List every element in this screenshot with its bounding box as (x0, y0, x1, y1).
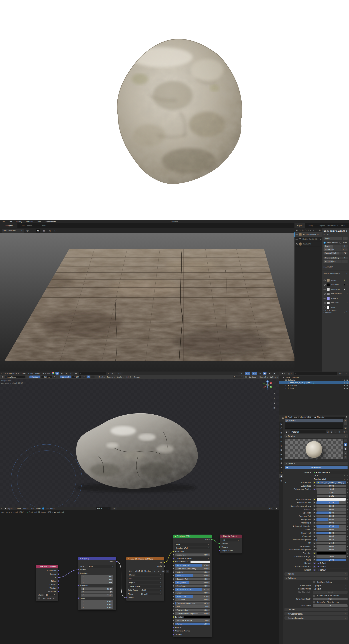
socket-chip[interactable] (313, 484, 316, 487)
panel-tab[interactable]: Setup (306, 223, 316, 228)
properties-tab-icon[interactable]: ◨ (280, 452, 284, 456)
add-adjustment-layer-icon[interactable]: ≡ (310, 229, 311, 231)
expand-chevron-icon[interactable]: ∨ (320, 238, 321, 240)
shadow-mode-dropdown[interactable]: Opaque∨ (313, 588, 348, 590)
preview-panel-header[interactable]: Preview (288, 435, 295, 437)
vector-component-field[interactable]: Y1.000 (81, 603, 113, 606)
channel-expand-chevron-icon[interactable]: ∨ (346, 284, 348, 286)
color-output-socket[interactable] (164, 562, 165, 563)
grid-tool-icon[interactable]: ▦ (74, 372, 78, 374)
doc-tab[interactable]: Local Library (18, 223, 35, 228)
input-socket[interactable] (172, 575, 174, 576)
socket-chip[interactable] (313, 552, 316, 554)
bsdf-param-row[interactable]: Clearcoat Roughness 0.030 (285, 538, 348, 541)
menu-item[interactable]: Window (26, 221, 33, 223)
emission-color-swatch[interactable] (184, 616, 210, 618)
outliner-row[interactable]: ▦ Scene Collection (280, 376, 349, 378)
menu-item[interactable]: Edit (9, 221, 12, 223)
bsdf-param-row[interactable]: Anisotropic0.000 (174, 584, 212, 588)
properties-tab-icon[interactable]: ◍ (280, 439, 284, 443)
preview-cube-button[interactable]: ■ (344, 447, 347, 450)
split-view-icon[interactable]: ▦ (42, 229, 46, 232)
socket-chip[interactable] (313, 555, 316, 558)
disable-render-camera-icon[interactable]: ◪ (346, 379, 348, 381)
mixer-3d-viewport[interactable] (0, 234, 294, 372)
input-socket[interactable] (172, 630, 174, 632)
input-socket[interactable] (172, 623, 174, 625)
vector-output-socket[interactable] (116, 561, 117, 562)
interpolation-dropdown[interactable]: Closest∨ (128, 574, 162, 576)
use-nodes-checkbox[interactable]: ✓ (42, 508, 44, 510)
properties-tab-icon[interactable]: ◒ (280, 474, 284, 478)
input-socket[interactable] (172, 609, 174, 611)
shader-type-select[interactable]: ▣Object∨ (4, 507, 16, 510)
outliner-display-mode-icon[interactable]: ≡∨ (280, 372, 286, 375)
mask-tool-icon[interactable]: ◉ (60, 372, 64, 374)
bsdf-param-row[interactable]: Metallic 0.000 (285, 508, 348, 511)
layer-row[interactable]: Marbled Bakelite (Orange) ∨ (294, 237, 322, 242)
channel-expand-chevron-icon[interactable]: ∨ (346, 307, 348, 308)
input-socket[interactable] (172, 582, 174, 583)
material-slot-list[interactable]: ◒ Material (285, 419, 343, 428)
subsurface-radius-x[interactable]: 1.000 (316, 488, 346, 490)
use-nodes-button[interactable]: ▦Use Nodes (285, 466, 348, 469)
param-slider[interactable]: 0.000 (316, 505, 346, 508)
alpha-slider[interactable]: Alpha1.000 (175, 622, 210, 625)
bsdf-param-row[interactable]: Anisotropic Rotation0.759 (174, 588, 212, 591)
material-output-node[interactable]: ∨Material Output All∨ Surface Volume Dis… (220, 534, 242, 554)
vector-component-field[interactable]: Z15.6° (81, 594, 113, 596)
subsurface-color-socket[interactable] (172, 561, 174, 562)
preview-plane-button[interactable]: ▭ (344, 438, 347, 442)
placement-section[interactable]: PLACEMENT (324, 266, 333, 268)
param-slider[interactable]: 1.450 (316, 542, 346, 544)
input-socket[interactable] (172, 606, 174, 608)
tool-menu-item[interactable]: Stroke ∨ (117, 376, 124, 378)
socket-chip[interactable] (313, 515, 316, 518)
output-target-dropdown[interactable]: All∨ (222, 539, 240, 542)
param-slider[interactable]: 0.000 (316, 528, 346, 531)
layer-visibility-eye-icon[interactable] (296, 239, 298, 240)
surface-input-socket[interactable] (219, 543, 220, 544)
strength-label[interactable]: Strength (60, 376, 71, 378)
camera-view-icon[interactable]: ◉ (272, 401, 277, 405)
shading-mode-select[interactable]: PBR Specular∨ (2, 229, 24, 232)
sphere-preview-icon[interactable]: ○ (54, 229, 58, 232)
input-socket[interactable] (172, 613, 174, 614)
slot-specials-chevron[interactable]: ∨ (344, 426, 347, 430)
strength-value[interactable]: 0.500 (72, 376, 82, 378)
vector-input-row[interactable]: Tangent (174, 632, 212, 636)
properties-tab-icon[interactable]: ◔ (280, 426, 284, 430)
color-wheel-icon[interactable] (52, 372, 54, 374)
fake-user-shield-icon[interactable]: ◈ (153, 570, 156, 572)
search-chevron-icon[interactable]: ∨ (108, 372, 109, 374)
texture-channel-row[interactable]: OPACITY ∨ (324, 305, 348, 310)
emission-color-swatch[interactable] (316, 552, 346, 554)
shader-node-view[interactable]: Aset_rock_M_shopk_LOD2› ▽ Aset_rock_M_sh… (0, 510, 279, 644)
extension-dropdown[interactable]: Repeat∨ (128, 581, 162, 584)
image-browse-icon[interactable]: ▨∨ (128, 570, 133, 572)
output-socket[interactable] (58, 587, 59, 589)
subsurface-radius-dropdown[interactable]: Subsurface Radius∨ (175, 557, 210, 560)
texture-channel-row[interactable]: ROUGHNESS ∨ (324, 287, 348, 292)
properties-tab-icon[interactable]: ◈ (280, 465, 284, 470)
input-socket[interactable] (172, 564, 174, 566)
panel-tab[interactable]: Export (338, 223, 349, 228)
bsdf-param-row[interactable]: Anisotropic Rotation 0.759 (285, 525, 348, 528)
shading-chevron-icon[interactable]: ∨ (278, 372, 278, 374)
param-slider[interactable]: 0.000 (316, 545, 346, 548)
screen-space-refraction-checkbox[interactable] (313, 594, 315, 597)
socket-chip[interactable] (313, 558, 316, 561)
input-socket[interactable] (172, 554, 174, 556)
invert-checkbox[interactable] (339, 242, 341, 244)
subsurface-radius-y[interactable]: 0.200 (317, 491, 346, 494)
add-slot-button[interactable]: + (344, 419, 347, 422)
channel-visibility-eye-icon[interactable] (324, 280, 326, 281)
channel-visibility-eye-icon[interactable] (324, 298, 326, 299)
mapping-node[interactable]: ∨Mapping Vector Type: Point∨ Vector Loca… (78, 557, 116, 610)
viewport-search-input[interactable]: ⌕ (79, 372, 106, 374)
socket-chip[interactable] (313, 532, 316, 534)
snapping-magnet-icon[interactable]: ⊕ (275, 507, 278, 510)
socket-chip[interactable] (313, 535, 316, 538)
channel-expand-chevron-icon[interactable]: ∨ (346, 293, 348, 295)
bsdf-param-row[interactable]: Clearcoat0.000 (174, 598, 212, 602)
